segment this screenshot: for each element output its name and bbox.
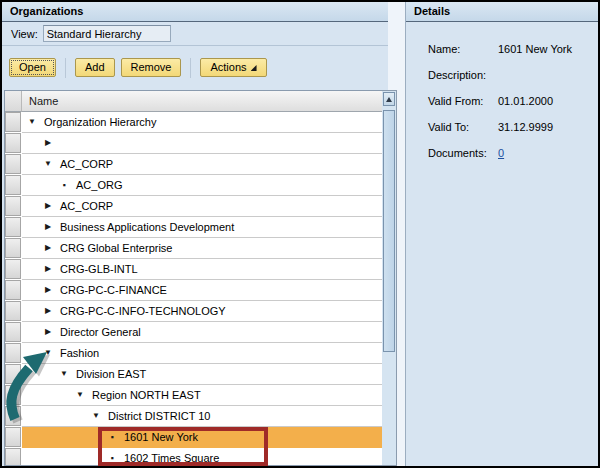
actions-button[interactable]: Actions xyxy=(200,58,266,77)
tree-node-label: Director General xyxy=(60,326,141,338)
tree-node[interactable]: ▶ xyxy=(22,133,382,154)
tree-row[interactable]: ▶ xyxy=(5,133,382,154)
tree-node[interactable]: ▼AC_CORP xyxy=(22,154,382,175)
remove-button[interactable]: Remove xyxy=(121,58,182,77)
tree-row[interactable]: ▼Division EAST xyxy=(5,364,382,385)
tree-row[interactable]: ▶CRG-PC-C-FINANCE xyxy=(5,280,382,301)
tree-row[interactable]: ▼District DISTRICT 10 xyxy=(5,406,382,427)
row-selector-cell[interactable] xyxy=(5,175,21,195)
collapse-toggle-icon[interactable]: ▼ xyxy=(26,118,38,126)
collapse-toggle-icon[interactable]: ▼ xyxy=(58,370,70,378)
tree-node[interactable]: ▶CRG-GLB-INTL xyxy=(22,259,382,280)
expand-toggle-icon[interactable]: ▶ xyxy=(42,328,54,336)
field-label: Valid To: xyxy=(428,121,498,133)
row-selector-cell[interactable] xyxy=(5,427,21,447)
row-selector-cell[interactable] xyxy=(5,448,21,465)
tree-node[interactable]: ▶CRG-PC-C-FINANCE xyxy=(22,280,382,301)
tree-node-label: Organization Hierarchy xyxy=(44,116,157,128)
documents-link[interactable]: 0 xyxy=(498,147,504,159)
row-selector-cell[interactable] xyxy=(5,238,21,258)
view-label: View: xyxy=(11,28,38,40)
tree-node-label: AC_ORG xyxy=(76,179,122,191)
actions-button-label: Actions xyxy=(210,61,246,73)
tree-row[interactable]: ▼Organization Hierarchy xyxy=(5,112,382,133)
tree-node[interactable]: ▼District DISTRICT 10 xyxy=(22,406,382,427)
expand-toggle-icon[interactable]: ▶ xyxy=(42,265,54,273)
tree-node[interactable]: ▶Business Applications Development xyxy=(22,217,382,238)
tree-row[interactable]: ▼Region NORTH EAST xyxy=(5,385,382,406)
row-selector-cell[interactable] xyxy=(5,364,21,384)
tree-row[interactable]: ▶CRG-GLB-INTL xyxy=(5,259,382,280)
expand-toggle-icon[interactable]: ▶ xyxy=(42,202,54,210)
field-label: Name: xyxy=(428,43,498,55)
tree-row[interactable]: ▶Director General xyxy=(5,322,382,343)
tree-node[interactable]: ▶Director General xyxy=(22,322,382,343)
tree-node[interactable]: ▶AC_CORP xyxy=(22,196,382,217)
collapse-toggle-icon[interactable]: ▼ xyxy=(42,160,54,168)
row-selector-cell[interactable] xyxy=(5,112,21,132)
tree-row[interactable]: ▶CRG Global Enterprise xyxy=(5,238,382,259)
tree-node[interactable]: ▼Organization Hierarchy xyxy=(22,112,382,133)
field-label: Valid From: xyxy=(428,95,498,107)
tree-node[interactable]: ▼Fashion xyxy=(22,343,382,364)
tree-row[interactable]: ▶AC_CORP xyxy=(5,196,382,217)
details-fields: Name:1601 New YorkDescription:Valid From… xyxy=(406,22,598,173)
tree-node[interactable]: ▶CRG Global Enterprise xyxy=(22,238,382,259)
tree-row[interactable]: ▶Business Applications Development xyxy=(5,217,382,238)
tree-node[interactable]: ▪1602 Times Square xyxy=(22,448,382,465)
row-selector-cell[interactable] xyxy=(5,322,21,342)
expand-toggle-icon[interactable]: ▶ xyxy=(42,139,54,147)
tree-node-label: Fashion xyxy=(60,347,99,359)
tree-row[interactable]: ▶CRG-PC-C-INFO-TECHNOLOGY xyxy=(5,301,382,322)
tree-node[interactable]: ▼Region NORTH EAST xyxy=(22,385,382,406)
tree-row[interactable]: ▪1602 Times Square xyxy=(5,448,382,465)
tree-row[interactable]: ▪1601 New York xyxy=(5,427,382,448)
expand-toggle-icon[interactable]: ▶ xyxy=(42,307,54,315)
row-selector-cell[interactable] xyxy=(5,217,21,237)
row-selector-cell[interactable] xyxy=(5,154,21,174)
row-selector-cell[interactable] xyxy=(5,280,21,300)
tree-row[interactable]: ▼AC_CORP xyxy=(5,154,382,175)
view-row: View: xyxy=(2,22,388,46)
field-value: 01.01.2000 xyxy=(498,95,553,107)
scrollbar-thumb[interactable] xyxy=(383,110,395,352)
expand-toggle-icon[interactable]: ▶ xyxy=(42,223,54,231)
leaf-bullet-icon: ▪ xyxy=(58,181,70,190)
scrollbar-track[interactable] xyxy=(382,91,396,465)
row-selector-cell[interactable] xyxy=(5,259,21,279)
leaf-bullet-icon: ▪ xyxy=(106,454,118,463)
scrollbar-up-button[interactable] xyxy=(383,92,395,106)
open-button[interactable]: Open xyxy=(9,58,56,77)
tree-node-label: CRG-PC-C-INFO-TECHNOLOGY xyxy=(60,305,226,317)
row-selector-cell[interactable] xyxy=(5,196,21,216)
tree-rows: ▼Organization Hierarchy▶▼AC_CORP▪AC_ORG▶… xyxy=(5,112,382,465)
tree-node-label: Region NORTH EAST xyxy=(92,389,201,401)
expand-toggle-icon[interactable]: ▶ xyxy=(42,244,54,252)
view-input[interactable] xyxy=(43,25,171,42)
detail-field: Documents:0 xyxy=(428,147,598,173)
detail-field: Valid From:01.01.2000 xyxy=(428,95,598,121)
tree-node[interactable]: ▪1601 New York xyxy=(22,427,382,448)
menu-arrow-icon xyxy=(251,65,257,71)
add-button[interactable]: Add xyxy=(75,58,115,77)
details-panel: Details Name:1601 New YorkDescription:Va… xyxy=(405,2,598,466)
row-selector-cell[interactable] xyxy=(5,385,21,405)
tree-node-label: CRG Global Enterprise xyxy=(60,242,173,254)
expand-toggle-icon[interactable]: ▶ xyxy=(42,286,54,294)
row-selector-cell[interactable] xyxy=(5,343,21,363)
tree-row[interactable]: ▼Fashion xyxy=(5,343,382,364)
name-column-header: Name xyxy=(22,91,382,112)
collapse-toggle-icon[interactable]: ▼ xyxy=(74,391,86,399)
collapse-toggle-icon[interactable]: ▼ xyxy=(42,349,54,357)
tree-node[interactable]: ▶CRG-PC-C-INFO-TECHNOLOGY xyxy=(22,301,382,322)
row-selector-cell[interactable] xyxy=(5,301,21,321)
row-selector-cell[interactable] xyxy=(5,406,21,426)
tree-row[interactable]: ▪AC_ORG xyxy=(5,175,382,196)
tree-node[interactable]: ▪AC_ORG xyxy=(22,175,382,196)
row-selector-cell[interactable] xyxy=(5,133,21,153)
tree-node[interactable]: ▼Division EAST xyxy=(22,364,382,385)
organizations-panel-title: Organizations xyxy=(2,2,388,22)
field-label: Documents: xyxy=(428,147,498,159)
field-label: Description: xyxy=(428,69,498,81)
collapse-toggle-icon[interactable]: ▼ xyxy=(90,412,102,420)
